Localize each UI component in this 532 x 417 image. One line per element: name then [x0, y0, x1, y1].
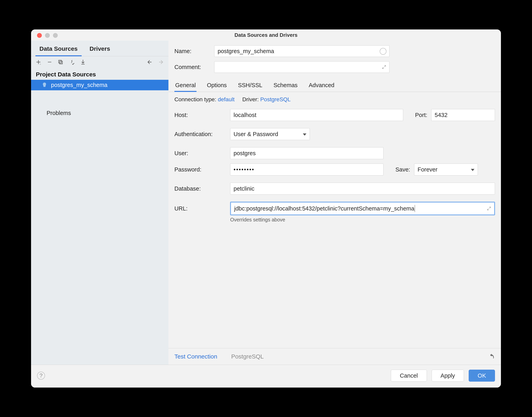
- host-input[interactable]: [230, 109, 403, 121]
- name-field[interactable]: postgres_my_schema: [214, 45, 389, 57]
- forward-icon: [158, 59, 164, 65]
- test-bar: Test Connection PostgreSQL: [169, 348, 501, 365]
- tab-data-sources[interactable]: Data Sources: [33, 41, 84, 56]
- comment-field[interactable]: [214, 61, 389, 73]
- sidebar-tabs: Data Sources Drivers: [31, 41, 169, 56]
- back-icon[interactable]: [147, 59, 152, 65]
- remove-icon[interactable]: [47, 60, 52, 65]
- expand-icon[interactable]: [487, 206, 491, 211]
- svg-rect-2: [60, 61, 62, 64]
- add-icon[interactable]: [35, 59, 42, 65]
- project-data-sources-heading: Project Data Sources: [31, 68, 169, 80]
- titlebar: Data Sources and Drivers: [31, 30, 501, 41]
- port-input[interactable]: [431, 109, 495, 121]
- auth-select[interactable]: User & Password: [230, 128, 310, 140]
- copy-icon[interactable]: [58, 59, 63, 65]
- window-title: Data Sources and Drivers: [234, 32, 298, 38]
- database-input[interactable]: [230, 183, 495, 195]
- name-label: Name:: [174, 48, 214, 54]
- database-label: Database:: [174, 185, 230, 192]
- host-label: Host:: [174, 112, 230, 118]
- svg-rect-1: [59, 60, 62, 63]
- port-label: Port:: [415, 112, 427, 118]
- connection-info: Connection type: default Driver: Postgre…: [169, 92, 501, 107]
- color-indicator[interactable]: [380, 48, 386, 55]
- import-icon[interactable]: [80, 59, 86, 65]
- driver-link[interactable]: PostgreSQL: [260, 96, 291, 103]
- password-label: Password:: [174, 166, 230, 173]
- sidebar: Data Sources Drivers: [31, 41, 169, 365]
- tab-drivers[interactable]: Drivers: [84, 41, 116, 56]
- dialog-footer: ? Cancel Apply OK: [31, 365, 501, 387]
- data-source-label: postgres_my_schema: [51, 82, 107, 88]
- dialog-body: Data Sources Drivers: [31, 41, 501, 365]
- connection-type-link[interactable]: default: [218, 96, 234, 103]
- data-source-item[interactable]: postgres_my_schema: [31, 80, 169, 90]
- comment-label: Comment:: [174, 64, 214, 70]
- settings-icon[interactable]: [69, 59, 75, 65]
- user-input[interactable]: [230, 147, 383, 159]
- auth-label: Authentication:: [174, 131, 230, 137]
- test-connection-link[interactable]: Test Connection: [174, 353, 217, 360]
- save-select[interactable]: Forever: [414, 164, 478, 176]
- problems-label: Problems: [47, 110, 71, 116]
- maximize-window-button[interactable]: [53, 33, 58, 38]
- minimize-window-button[interactable]: [45, 33, 50, 38]
- password-input[interactable]: [230, 164, 383, 176]
- dialog-window: Data Sources and Drivers Data Sources Dr…: [31, 30, 501, 387]
- window-controls: [37, 33, 58, 38]
- url-input[interactable]: jdbc:postgresql://localhost:5432/petclin…: [230, 202, 495, 215]
- driver-name: PostgreSQL: [231, 353, 264, 360]
- main-tabs: General Options SSH/SSL Schemas Advanced: [169, 77, 501, 92]
- tab-schemas[interactable]: Schemas: [273, 79, 298, 92]
- save-label: Save:: [395, 166, 410, 173]
- ok-button[interactable]: OK: [469, 370, 495, 382]
- undo-icon[interactable]: [488, 353, 495, 360]
- help-button[interactable]: ?: [37, 372, 45, 380]
- connection-form: Host: Port: Authentication: User & Passw…: [169, 107, 501, 229]
- cancel-button[interactable]: Cancel: [391, 370, 427, 382]
- postgres-icon: [41, 82, 47, 88]
- expand-icon[interactable]: [382, 65, 386, 69]
- tab-ssh-ssl[interactable]: SSH/SSL: [237, 79, 263, 92]
- user-label: User:: [174, 150, 230, 156]
- svg-rect-0: [48, 62, 51, 62]
- sidebar-toolbar: [31, 56, 169, 68]
- close-window-button[interactable]: [37, 33, 42, 38]
- tab-general[interactable]: General: [174, 79, 197, 92]
- sidebar-item-problems[interactable]: Problems: [31, 106, 169, 118]
- tab-options[interactable]: Options: [206, 79, 228, 92]
- url-hint: Overrides settings above: [174, 215, 495, 223]
- url-label: URL:: [174, 205, 230, 212]
- tab-advanced[interactable]: Advanced: [308, 79, 335, 92]
- apply-button[interactable]: Apply: [432, 370, 464, 382]
- main-panel: Name: postgres_my_schema Comment:: [169, 41, 501, 365]
